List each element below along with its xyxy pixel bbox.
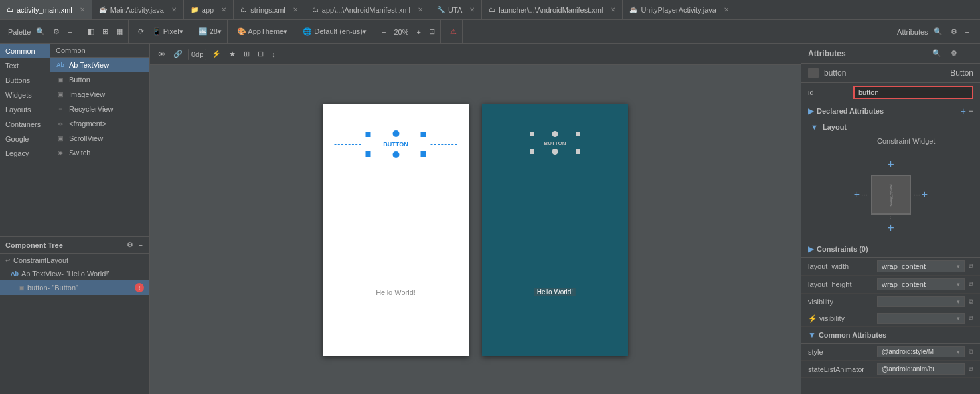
tab-uta[interactable]: 🔧 UTA ✕ <box>430 0 482 19</box>
palette-item-scrollview[interactable]: ▣ ScrollView <box>50 131 149 146</box>
constraint-bottom-plus[interactable]: + <box>887 221 894 235</box>
component-tree-panel: Component Tree ⚙ − ↩ ConstraintLayout Ab… <box>0 237 150 394</box>
visibility-value[interactable]: ▾ <box>877 296 965 307</box>
tab-close-icon[interactable]: ✕ <box>418 6 423 13</box>
state-list-value[interactable]: @android:anim/button <box>877 363 965 375</box>
palette-category-common[interactable]: Common <box>0 44 50 58</box>
remove-attribute-button[interactable]: − <box>969 106 973 116</box>
button-icon: ▣ <box>56 75 65 84</box>
constraint-left-plus[interactable]: + <box>854 189 860 201</box>
copy-button[interactable]: ⧉ <box>969 262 973 270</box>
attr-settings-icon-button[interactable]: ⚙ <box>948 48 960 59</box>
common-section-label: Common Attributes <box>819 331 973 339</box>
constraint-right-plus[interactable]: + <box>922 189 928 201</box>
attr-search-button[interactable]: 🔍 <box>931 26 945 37</box>
constraint-top-plus[interactable]: + <box>887 158 894 172</box>
distribute-button[interactable]: ⊟ <box>255 49 266 60</box>
margin-input[interactable]: 0dp <box>188 49 206 60</box>
component-tree-minimize-button[interactable]: − <box>137 241 144 249</box>
handle-bl <box>366 151 371 157</box>
api-level-button[interactable]: 🔤 28▾ <box>196 26 224 37</box>
palette-category-layouts[interactable]: Layouts <box>0 102 50 117</box>
tab-close-icon[interactable]: ✕ <box>221 6 226 13</box>
common-attributes-section-header[interactable]: ▼ Common Attributes <box>801 327 980 344</box>
tab-strings-xml[interactable]: 🗂 strings.xml ✕ <box>234 0 305 19</box>
button-widget-dark[interactable]: BUTTON <box>532 134 578 152</box>
tab-close-icon[interactable]: ✕ <box>293 6 298 13</box>
tab-close-icon[interactable]: ✕ <box>724 6 729 13</box>
tab-app[interactable]: 📁 app ✕ <box>184 0 234 19</box>
orientation-button[interactable]: ⟳ <box>135 26 147 37</box>
palette-item-recyclerview[interactable]: ≡ RecyclerView <box>50 102 149 116</box>
component-tree-settings-button[interactable]: ⚙ <box>125 241 135 249</box>
tree-item-textview[interactable]: Ab Ab TextView- "Hello World!" <box>0 267 149 280</box>
palette-item-fragment[interactable]: <> <fragment> <box>50 116 149 131</box>
locale-button[interactable]: 🌐 Default (en-us)▾ <box>300 26 369 37</box>
copy-button-2[interactable]: ⧉ <box>969 280 973 288</box>
attr-minimize-button[interactable]: − <box>963 27 972 37</box>
tab-close-icon[interactable]: ✕ <box>80 6 85 13</box>
state-list-animator-row: stateListAnimator @android:anim/button ⧉ <box>801 361 980 378</box>
button-widget-light[interactable]: BUTTON <box>368 134 424 155</box>
search-button[interactable]: 🔍 <box>33 26 48 37</box>
zoom-in-button[interactable]: + <box>414 27 423 37</box>
copy-button-3[interactable]: ⧉ <box>969 298 973 306</box>
palette-category-legacy[interactable]: Legacy <box>0 146 50 161</box>
canvas-container: BUTTON Hello World! BUTTON <box>323 104 628 356</box>
theme-button[interactable]: 🎨 AppTheme▾ <box>234 26 290 37</box>
palette-category-text[interactable]: Text <box>0 58 50 73</box>
blueprint-view-button[interactable]: ⊞ <box>100 26 111 37</box>
layout-height-value[interactable]: wrap_content ▾ <box>877 278 965 290</box>
palette-item-textview[interactable]: Ab Ab TextView <box>50 58 149 72</box>
minimize-button[interactable]: − <box>65 27 74 37</box>
palette-item-switch[interactable]: ◉ Switch <box>50 146 149 160</box>
both-views-button[interactable]: ▦ <box>114 26 125 37</box>
tab-close-icon[interactable]: ✕ <box>469 6 475 13</box>
vertical-button[interactable]: ↕ <box>269 49 278 60</box>
device-button[interactable]: 📱 Pixel▾ <box>149 26 186 37</box>
id-input-field[interactable] <box>853 86 973 99</box>
align-button[interactable]: ⊞ <box>241 49 252 60</box>
settings-button[interactable]: ⚙ <box>50 26 62 37</box>
copy-button-5[interactable]: ⧉ <box>969 348 973 356</box>
visibility2-value[interactable]: ▾ <box>877 313 965 324</box>
zoom-out-button[interactable]: − <box>379 27 388 37</box>
palette-category-widgets[interactable]: Widgets <box>0 88 50 102</box>
tab-launcher-manifest[interactable]: 🗂 launcher\...\AndroidManifest.xml ✕ <box>482 0 623 19</box>
java-icon: ☕ <box>629 6 637 13</box>
layout-subsection-header: ▼ Layout <box>801 120 980 134</box>
tab-main-activity-java[interactable]: ☕ MainActivity.java ✕ <box>92 0 184 19</box>
zoom-fit-button[interactable]: ⊡ <box>426 26 438 37</box>
tab-android-manifest[interactable]: 🗂 app\...\AndroidManifest.xml ✕ <box>305 0 430 19</box>
tab-activity-main-xml[interactable]: 🗂 activity_main.xml ✕ <box>0 0 92 19</box>
attributes-panel: Attributes 🔍 ⚙ − button Button id ▶ Decl… <box>801 44 980 394</box>
palette-item-button[interactable]: ▣ Button <box>50 72 149 87</box>
palette-item-imageview[interactable]: ▣ ImageView <box>50 87 149 102</box>
eye-button[interactable]: 👁 <box>155 49 168 60</box>
copy-button-6[interactable]: ⧉ <box>969 365 973 373</box>
declared-attributes-section[interactable]: ▶ Declared Attributes + − <box>801 102 980 120</box>
attr-minimize-icon-button[interactable]: − <box>964 48 973 59</box>
api-section: 🔤 28▾ <box>193 20 228 43</box>
magnet-button[interactable]: 🔗 <box>171 49 185 60</box>
layout-width-value[interactable]: wrap_content ▾ <box>877 260 965 272</box>
attr-settings-button[interactable]: ⚙ <box>948 26 960 37</box>
constraints-button[interactable]: ⚡ <box>209 49 224 60</box>
constraint-box: ⟫ ≪≫ ⟪ <box>871 175 911 215</box>
style-value[interactable]: @android:style/M ▾ <box>877 346 965 357</box>
layout-options-button[interactable]: ★ <box>226 49 238 60</box>
constraints-section-header[interactable]: ▶ Constraints (0) <box>801 241 980 258</box>
copy-button-4[interactable]: ⧉ <box>969 314 973 322</box>
tree-item-button[interactable]: ▣ button- "Button" ! <box>0 280 149 295</box>
palette-category-google[interactable]: Google <box>0 132 50 146</box>
tab-unity-activity[interactable]: ☕ UnityPlayerActivity.java ✕ <box>623 0 736 19</box>
warning-button[interactable]: ⚠ <box>448 26 459 37</box>
attr-search-icon-button[interactable]: 🔍 <box>930 48 944 59</box>
add-attribute-button[interactable]: + <box>961 106 966 116</box>
design-view-button[interactable]: ◧ <box>85 26 97 37</box>
tab-close-icon[interactable]: ✕ <box>171 6 177 13</box>
tab-close-icon[interactable]: ✕ <box>610 6 615 13</box>
tree-item-constraint-layout[interactable]: ↩ ConstraintLayout <box>0 254 149 267</box>
palette-category-buttons[interactable]: Buttons <box>0 73 50 88</box>
palette-category-containers[interactable]: Containers <box>0 117 50 132</box>
